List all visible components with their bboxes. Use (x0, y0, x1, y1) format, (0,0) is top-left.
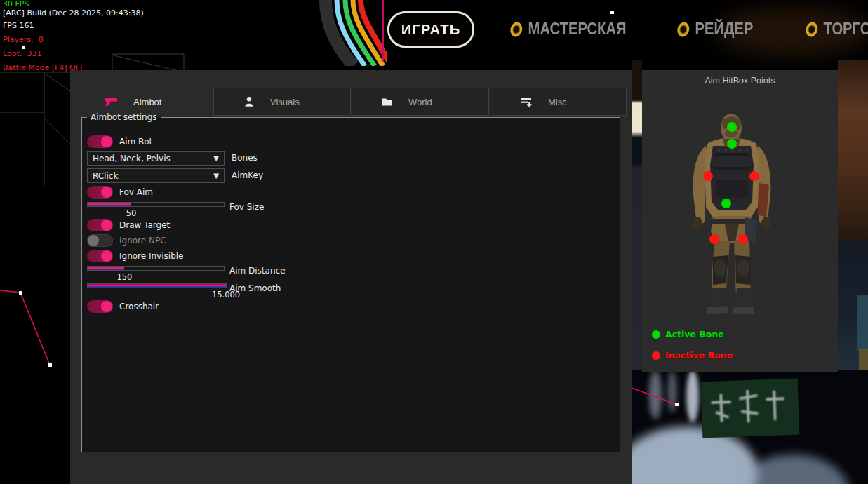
aim-distance-label: Aim Distance (229, 265, 286, 276)
tab-misc[interactable]: Misc (490, 88, 627, 116)
esp-marker (48, 363, 52, 367)
ignore-invisible-toggle[interactable] (87, 250, 113, 262)
menu-item-label: ТОРГО (824, 20, 868, 39)
list-plus-icon (520, 97, 533, 107)
tab-world[interactable]: World (352, 88, 489, 116)
fov-size-value: 50 (126, 208, 137, 218)
bones-label: Bones (232, 152, 258, 163)
hitbox-point-head (727, 122, 737, 132)
tab-label: Aimbot (133, 97, 161, 107)
chevron-down-icon: ▼ (213, 172, 219, 180)
aim-bot-toggle[interactable] (87, 135, 113, 148)
hitbox-point-neck (727, 139, 737, 149)
build-info: [ARC] Build (Dec 28 2025, 09:43:38) (3, 8, 144, 19)
menu-item-workshop[interactable]: МАСТЕРСКАЯ (510, 20, 627, 39)
aimkey-dropdown[interactable]: RClick ▼ (87, 168, 225, 183)
info-overlay: 30 FPS [ARC] Build (Dec 28 2025, 09:43:3… (3, 0, 144, 75)
ignore-npc-label: Ignore NPC (119, 235, 166, 246)
legend-label: Active Bone (665, 329, 724, 340)
tab-label: Visuals (270, 97, 300, 107)
legend-active-bone: Active Bone (652, 329, 724, 340)
slider-fill (88, 267, 124, 270)
scene-rust-wall (838, 60, 868, 241)
esp-marker (675, 403, 679, 406)
esp-line-right (632, 370, 716, 426)
aim-smooth-label: Aim Smooth (229, 283, 281, 294)
hitbox-panel: Aim HitBox Points (642, 70, 838, 372)
chevron-down-icon: ▼ (213, 154, 219, 162)
scene-detail (857, 295, 868, 351)
pistol-icon (104, 96, 118, 107)
hitbox-panel-title: Aim HitBox Points (642, 76, 838, 86)
ignore-npc-toggle[interactable] (87, 234, 113, 247)
esp-marker (610, 11, 614, 14)
fov-aim-toggle[interactable] (87, 186, 113, 199)
draw-target-toggle[interactable] (87, 219, 113, 231)
ignore-invisible-label: Ignore Invisible (119, 250, 183, 262)
person-icon (243, 96, 255, 107)
hitbox-point-pelvis (721, 199, 731, 208)
bones-dropdown[interactable]: Head, Neck, Pelvis ▼ (87, 151, 225, 166)
fov-size-label: Fov Size (229, 201, 264, 213)
fov-size-slider[interactable]: 50 (87, 202, 225, 207)
crosshair-label: Crosshair (119, 301, 159, 312)
draw-target-label: Draw Target (119, 220, 170, 231)
aimkey-label: AimKey (232, 170, 263, 181)
aim-distance-value: 150 (116, 272, 132, 282)
scene-bottom (632, 370, 868, 484)
tab-label: Misc (548, 97, 567, 107)
folder-icon (382, 97, 393, 107)
red-dot-icon (652, 351, 660, 360)
slider-fill (88, 203, 131, 206)
aim-distance-slider[interactable]: 150 (87, 266, 225, 271)
screen: 30 FPS [ARC] Build (Dec 28 2025, 09:43:3… (0, 0, 868, 484)
hitbox-point-left-knee (709, 234, 719, 244)
group-title: Aimbot settings (87, 112, 161, 122)
fov-aim-label: Fov Aim (119, 187, 153, 198)
esp-marker (19, 291, 22, 295)
players-count: Players: 8 (3, 33, 144, 47)
hitbox-point-right-arm (749, 171, 759, 181)
legend-label: Inactive Bone (665, 350, 733, 361)
green-dot-icon (652, 330, 660, 339)
scene-gap (632, 60, 642, 372)
slider-fill (88, 284, 226, 288)
play-button[interactable]: ИГРАТЬ (387, 11, 474, 48)
aim-bot-label: Aim Bot (119, 136, 152, 147)
aimkey-dropdown-value: RClick (93, 171, 118, 181)
menu-item-traders[interactable]: ТОРГО (806, 20, 868, 39)
legend-inactive-bone: Inactive Bone (652, 350, 733, 361)
cheat-menu-panel: Aimbot Visuals World Misc Aimbot setting… (70, 70, 632, 484)
tab-label: World (408, 97, 432, 107)
loot-count: Loot: 331 (3, 47, 144, 61)
tab-aimbot[interactable]: Aimbot (70, 88, 213, 116)
rainbow-stripe-decor (310, 0, 387, 66)
menu-item-raider[interactable]: РЕЙДЕР (677, 20, 753, 39)
fps-label: FPS 161 (3, 19, 144, 33)
hitbox-point-right-knee (738, 234, 748, 244)
tab-visuals[interactable]: Visuals (213, 88, 351, 116)
crosshair-toggle[interactable] (87, 300, 113, 313)
hitbox-point-left-arm (703, 171, 713, 181)
coin-icon (509, 20, 523, 38)
coin-icon (676, 20, 690, 38)
menu-item-label: МАСТЕРСКАЯ (528, 20, 627, 39)
menu-item-label: РЕЙДЕР (695, 20, 754, 39)
aim-smooth-slider[interactable]: 15.000 (87, 283, 227, 288)
fps-counter-overlay: 30 FPS (3, 0, 144, 8)
coin-icon (805, 20, 819, 38)
esp-line-vertical (382, 0, 384, 62)
bones-dropdown-value: Head, Neck, Pelvis (93, 154, 171, 163)
